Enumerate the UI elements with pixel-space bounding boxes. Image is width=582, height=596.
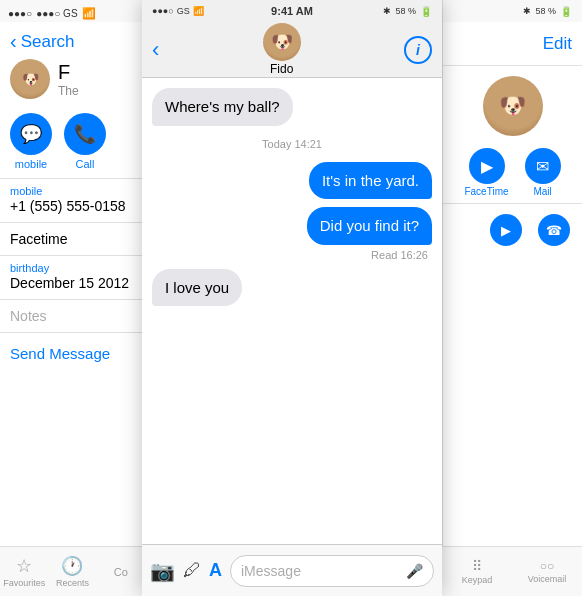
- edit-button[interactable]: Edit: [543, 34, 572, 54]
- back-button[interactable]: ‹: [152, 37, 159, 63]
- imessage-status-bar: ●●●○ GS 📶 9:41 AM ✱ 58 % 🔋: [142, 0, 442, 22]
- messages-area: Where's my ball? Today 14:21 It's in the…: [142, 78, 442, 544]
- tab-contacts[interactable]: Co: [97, 566, 145, 578]
- birthday-info: birthday December 15 2012: [0, 255, 144, 299]
- avatar: 🐶: [10, 59, 50, 99]
- voicemail-icon: ○○: [540, 559, 555, 573]
- bubble-text: Where's my ball?: [152, 88, 293, 126]
- star-icon: ☆: [16, 555, 32, 577]
- message-text: It's in the yard.: [322, 172, 419, 189]
- tab-recents-label: Recents: [56, 578, 89, 588]
- right-actions-row: ▶ FaceTime ✉ Mail: [443, 142, 582, 204]
- contact-name: Fido: [270, 62, 293, 76]
- message-incoming-2: I love you: [152, 269, 432, 307]
- message-input-bar: 📷 🖊 A iMessage 🎤: [142, 544, 442, 596]
- avatar-image: 🐶: [263, 23, 301, 61]
- mail-icon: ✉: [525, 148, 561, 184]
- call-label: Call: [76, 158, 95, 170]
- camera-icon[interactable]: 📷: [150, 559, 175, 583]
- contacts-panel: ●●●○ ●●●○ GS 📶 ‹ Search 🐶 F The 💬 mobile…: [0, 0, 145, 596]
- right-status-bar: ✱ 58 % 🔋: [443, 0, 582, 22]
- bluetooth-icon: ✱: [523, 6, 531, 16]
- mobile-info: mobile +1 (555) 555-0158: [0, 178, 144, 222]
- call-button[interactable]: 📞 Call: [64, 113, 106, 170]
- call-icon: 📞: [64, 113, 106, 155]
- tab-recents[interactable]: 🕐 Recents: [48, 555, 96, 588]
- message-text: Did you find it?: [320, 217, 419, 234]
- mail-action[interactable]: ✉ Mail: [525, 148, 561, 197]
- chevron-left-icon: ‹: [10, 30, 17, 53]
- contacts-status-bar: ●●●○ ●●●○ GS 📶: [0, 0, 144, 22]
- bubble-text: It's in the yard.: [309, 162, 432, 200]
- contacts-nav: ‹ Search: [0, 22, 144, 59]
- battery-label: 58 %: [535, 6, 556, 16]
- search-button[interactable]: ‹ Search: [10, 30, 75, 53]
- status-time: 9:41 AM: [271, 5, 313, 17]
- imessage-panel: ●●●○ GS 📶 9:41 AM ✱ 58 % 🔋 ‹ 🐶 Fido i Wh: [142, 0, 442, 596]
- bluetooth-icon: ✱: [383, 6, 391, 16]
- tab-voicemail[interactable]: ○○ Voicemail: [512, 559, 582, 584]
- birthday-field-label: birthday: [10, 262, 134, 274]
- video-icon: ▶: [501, 223, 511, 238]
- bubble-text: Did you find it?: [307, 207, 432, 245]
- message-text: Where's my ball?: [165, 98, 280, 115]
- right-extra-actions: ▶ ☎: [443, 204, 582, 256]
- info-button[interactable]: i: [404, 36, 432, 64]
- contact-name: F: [58, 61, 134, 84]
- tab-favourites-label: Favourites: [3, 578, 45, 588]
- carrier-gs: GS: [177, 6, 190, 16]
- tab-keypad-label: Keypad: [462, 575, 493, 585]
- battery-label: 58 %: [395, 6, 416, 16]
- imessage-input[interactable]: iMessage 🎤: [230, 555, 434, 587]
- signal-icon: ●●●○: [8, 8, 32, 19]
- contact-avatar-area: 🐶 F The: [0, 59, 144, 105]
- timestamp: Today 14:21: [152, 138, 432, 150]
- wifi-icon: 📶: [82, 7, 96, 20]
- send-message-button[interactable]: Send Message: [10, 345, 134, 362]
- message-outgoing-2: Did you find it?: [152, 207, 432, 245]
- facetime-label: Facetime: [10, 231, 134, 247]
- status-right: ✱ 58 % 🔋: [383, 6, 432, 17]
- message-incoming-1: Where's my ball?: [152, 88, 432, 126]
- right-contact-panel: ✱ 58 % 🔋 Edit 🐶 ▶ FaceTime ✉ Mail ▶ ☎ ⠿ …: [442, 0, 582, 596]
- battery-icon: 🔋: [560, 6, 572, 17]
- notes-field[interactable]: Notes: [0, 299, 144, 332]
- clock-icon: 🕐: [61, 555, 83, 577]
- tab-voicemail-label: Voicemail: [528, 574, 567, 584]
- bubble-text: I love you: [152, 269, 242, 307]
- facetime-icon: ▶: [469, 148, 505, 184]
- right-avatar: 🐶: [483, 76, 543, 136]
- battery-icon: 🔋: [420, 6, 432, 17]
- mobile-field-value: +1 (555) 555-0158: [10, 198, 134, 214]
- search-label: Search: [21, 32, 75, 52]
- avatar-image: 🐶: [483, 76, 543, 136]
- chevron-left-icon: ‹: [152, 37, 159, 63]
- right-avatar-area: 🐶: [443, 66, 582, 142]
- contacts-icon: Co: [114, 566, 128, 578]
- wifi-symbol: 📶: [193, 6, 204, 16]
- sticker-icon[interactable]: 🖊: [183, 560, 201, 581]
- tab-keypad[interactable]: ⠿ Keypad: [442, 558, 512, 585]
- contact-avatar: 🐶: [263, 23, 301, 61]
- right-nav: Edit: [443, 22, 582, 66]
- video-call-button[interactable]: ▶: [490, 214, 522, 246]
- phone-button[interactable]: ☎: [538, 214, 570, 246]
- status-left: ●●●○ GS 📶: [152, 6, 204, 16]
- message-text: I love you: [165, 279, 229, 296]
- tab-favourites[interactable]: ☆ Favourites: [0, 555, 48, 588]
- facetime-label: FaceTime: [464, 186, 508, 197]
- input-placeholder: iMessage: [241, 563, 301, 579]
- mail-label: Mail: [533, 186, 551, 197]
- message-outgoing-1: It's in the yard.: [152, 162, 432, 200]
- imessage-nav-bar: ‹ 🐶 Fido i: [142, 22, 442, 78]
- signal-dots: ●●●○: [152, 6, 174, 16]
- facetime-action[interactable]: ▶ FaceTime: [464, 148, 508, 197]
- contact-subtitle: The: [58, 84, 134, 98]
- appstore-icon[interactable]: A: [209, 560, 222, 581]
- birthday-field-value: December 15 2012: [10, 275, 134, 291]
- microphone-icon: 🎤: [406, 563, 423, 579]
- facetime-info[interactable]: Facetime: [0, 222, 144, 255]
- notes-placeholder: Notes: [10, 308, 47, 324]
- mobile-button[interactable]: 💬 mobile: [10, 113, 52, 170]
- right-tab-bar: ⠿ Keypad ○○ Voicemail: [442, 546, 582, 596]
